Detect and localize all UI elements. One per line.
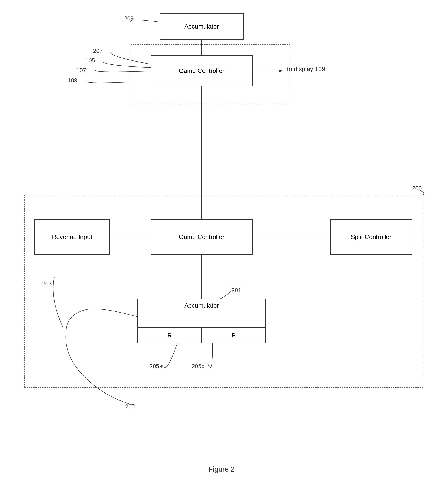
revenue-input-box: Revenue Input — [34, 219, 110, 255]
label-205b: 205b — [192, 363, 205, 370]
label-207: 207 — [93, 48, 103, 54]
label-201: 201 — [232, 287, 241, 294]
cell-r-label: R — [167, 332, 172, 339]
accumulator-bottom-box: Accumulator R P — [137, 299, 266, 343]
accumulator-bottom-label: Accumulator — [184, 302, 219, 309]
label-103: 103 — [68, 77, 77, 84]
label-209: 209 — [124, 15, 134, 22]
split-controller-label: Split Controller — [351, 234, 391, 241]
diagram-container: Accumulator Game Controller Revenue Inpu… — [0, 0, 448, 499]
game-controller-bottom-box: Game Controller — [151, 219, 253, 255]
accumulator-top-box: Accumulator — [160, 13, 244, 40]
label-to-display: to display 109 — [287, 65, 325, 73]
game-controller-bottom-label: Game Controller — [179, 234, 224, 241]
accumulator-top-label: Accumulator — [184, 23, 219, 30]
cell-p-label: P — [232, 332, 236, 339]
label-203: 203 — [42, 280, 52, 287]
split-controller-box: Split Controller — [330, 219, 412, 255]
cell-p: P — [202, 328, 265, 343]
figure-caption: Figure 2 — [188, 465, 255, 473]
label-105: 105 — [85, 57, 95, 64]
label-205a: 205a — [150, 363, 162, 370]
label-107: 107 — [77, 67, 86, 74]
dashed-box-top — [131, 44, 290, 104]
revenue-input-label: Revenue Input — [52, 234, 92, 241]
label-205: 205 — [125, 403, 135, 410]
cell-r: R — [138, 328, 202, 343]
label-200: 200 — [412, 185, 422, 192]
